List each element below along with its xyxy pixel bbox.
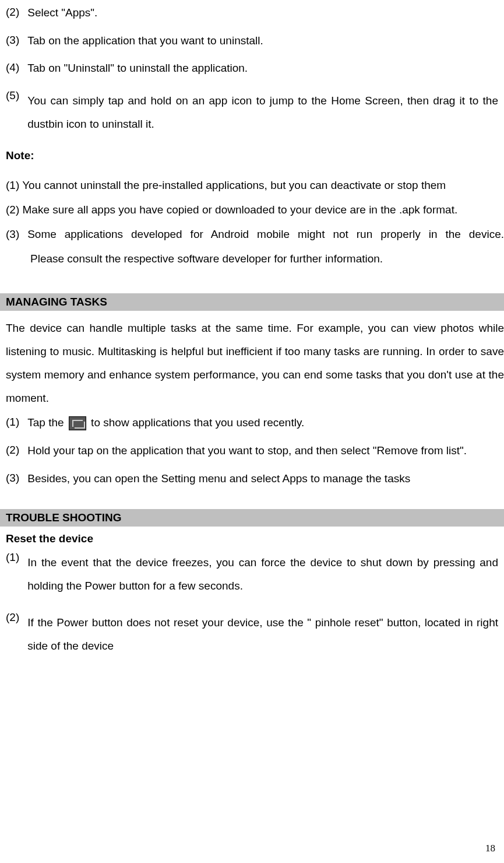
step-text: Tap the to show applications that you us… [27,416,504,430]
text-before-icon: Tap the [27,416,67,429]
troubleshoot-step-1: (1) In the event that the device freezes… [0,551,504,598]
note-item-1: (1) You cannot uninstall the pre-install… [0,174,504,197]
troubleshoot-step-2: (2) If the Power button does not reset y… [0,611,504,658]
step-number: (4) [6,61,19,76]
step-text: If the Power button does not reset your … [27,611,504,658]
step-text: Tab on "Uninstall" to uninstall the appl… [27,61,504,76]
note-item-2: (2) Make sure all apps you have copied o… [0,198,504,222]
step-number: (2) [6,6,19,20]
step-text: Tab on the application that you want to … [27,34,504,48]
managing-tasks-intro: The device can handle multiple tasks at … [0,317,504,410]
recent-apps-icon [69,416,86,430]
step-text: Besides, you can open the Setting menu a… [27,472,504,486]
managing-step-2: (2) Hold your tap on the application tha… [0,444,504,458]
step-number: (3) [6,34,19,48]
text-after-icon: to show applications that you used recen… [88,416,304,429]
step-number: (2) [6,444,19,458]
reset-device-subheading: Reset the device [0,532,504,545]
note-item-3-line2: Please consult the respective software d… [0,247,504,271]
step-number: (5) [6,89,19,136]
uninstall-step-4: (4) Tab on "Uninstall" to uninstall the … [0,61,504,76]
page-number: 18 [485,843,495,854]
managing-step-1: (1) Tap the to show applications that yo… [0,416,504,430]
step-number: (1) [6,551,19,598]
step-number: (1) [6,416,19,430]
troubleshooting-heading: TROUBLE SHOOTING [0,509,504,527]
step-text: In the event that the device freezes, yo… [27,551,504,598]
step-text: Hold your tap on the application that yo… [27,444,504,458]
step-text: Select "Apps". [27,6,504,20]
step-number: (2) [6,611,19,658]
managing-tasks-heading: MANAGING TASKS [0,293,504,311]
managing-step-3: (3) Besides, you can open the Setting me… [0,472,504,486]
uninstall-step-5: (5) You can simply tap and hold on an ap… [0,89,504,136]
uninstall-step-3: (3) Tab on the application that you want… [0,34,504,48]
step-text: You can simply tap and hold on an app ic… [27,89,504,136]
uninstall-step-2: (2) Select "Apps". [0,6,504,20]
note-label: Note: [0,149,504,162]
note-item-3-line1: (3) Some applications developed for Andr… [0,223,504,246]
step-number: (3) [6,472,19,486]
